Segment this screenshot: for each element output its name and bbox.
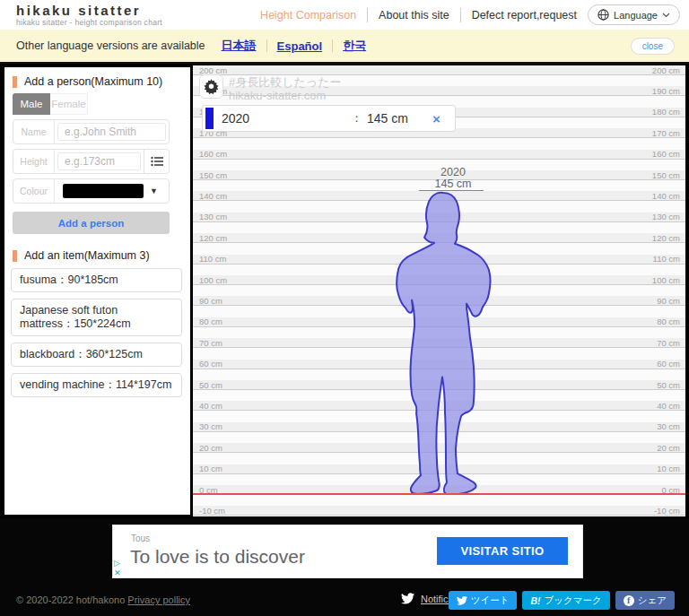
scale-label-left: 110 cm	[199, 255, 226, 264]
ad-close-icon[interactable]: ✕	[114, 569, 121, 577]
nav-height-comparison[interactable]: Height Comparison	[260, 9, 356, 22]
chevron-down-icon	[662, 13, 670, 18]
nav-divider	[367, 8, 368, 22]
scale-label-right: 30 cm	[657, 422, 680, 431]
bottom-region: Tous To love is to discover VISITAR SITI…	[0, 518, 689, 616]
scale-label-left: -10 cm	[199, 507, 225, 516]
scale-label-left: 40 cm	[199, 402, 222, 411]
name-input[interactable]	[57, 123, 166, 141]
scale-label-right: 10 cm	[657, 464, 680, 473]
add-item-heading-label: Add an item(Maximum 3)	[24, 249, 150, 262]
scale-label-right: 80 cm	[657, 317, 680, 326]
person-colour-bar	[205, 108, 214, 129]
scale-label-left: 20 cm	[199, 444, 222, 453]
gender-toggle: Male Female	[13, 93, 190, 115]
name-field-label: Name	[13, 120, 55, 143]
figure-label: 2020 145 cm	[413, 167, 493, 190]
female-button[interactable]: Female	[50, 93, 88, 115]
height-preset-list-button[interactable]	[144, 150, 169, 173]
person-silhouette[interactable]	[395, 190, 493, 495]
scale-label-right: 200 cm	[652, 66, 680, 75]
scale-label-left: 80 cm	[199, 317, 222, 326]
ad-cta-button[interactable]: VISITAR SITIO	[437, 537, 568, 565]
scale-label-left: 150 cm	[199, 171, 227, 180]
tweet-button[interactable]: ツイート	[449, 591, 518, 610]
privacy-policy-link[interactable]: Privacy pollicy	[127, 594, 190, 605]
twitter-icon	[457, 596, 467, 605]
scale-label-left: 30 cm	[199, 422, 222, 431]
language-links: 日本語 Español 한국	[222, 38, 367, 54]
language-menu-label: Language	[614, 10, 658, 21]
item-button-fusuma[interactable]: fusuma：90*185cm	[11, 268, 182, 292]
copyright-text: © 2020-2022 hot/hakono	[16, 594, 125, 605]
person-chip-name[interactable]: 2020	[222, 111, 249, 126]
footer-copyright: © 2020-2022 hot/hakono Privacy pollicy	[16, 594, 190, 605]
scale-label-right: 100 cm	[652, 276, 680, 285]
scale-label-right: 190 cm	[652, 87, 680, 96]
scale-label-left: 140 cm	[199, 192, 227, 201]
ground-line	[193, 493, 685, 495]
lang-link-korean[interactable]: 한국	[343, 38, 366, 54]
heading-bullet	[13, 76, 17, 88]
lang-link-spanish[interactable]: Español	[277, 39, 323, 53]
add-person-button[interactable]: Add a person	[13, 212, 170, 234]
facebook-icon: f	[624, 595, 634, 606]
nav-defect-report[interactable]: Defect report,request	[472, 9, 577, 22]
scale-label-right: 70 cm	[657, 339, 680, 348]
chart-area: #身長比較したったー hikaku-sitatter.com 2020 ： 14…	[193, 65, 685, 516]
site-subtitle: hikaku sitatter - height comparison char…	[16, 18, 162, 27]
scale-label-right: 20 cm	[657, 444, 680, 453]
language-bar-close-button[interactable]: close	[631, 38, 675, 55]
colour-field-label: Colour	[13, 179, 55, 203]
scale-label-left: 130 cm	[199, 213, 227, 221]
scale-label-left: 100 cm	[199, 276, 227, 285]
item-button-vending-machine[interactable]: vending machine：114*197cm	[11, 373, 182, 397]
watermark: #身長比較したったー hikaku-sitatter.com	[229, 75, 341, 102]
figure-label-height: 145 cm	[413, 178, 493, 190]
scale-label-left: 120 cm	[199, 234, 227, 243]
add-person-heading: Add a person(Maximum 10)	[13, 75, 190, 88]
main-nav: Height Comparison About this site Defect…	[260, 0, 680, 30]
scale-label-left: 70 cm	[199, 339, 222, 348]
colour-swatch	[63, 184, 144, 198]
person-chip-height[interactable]: 145 cm	[367, 111, 408, 126]
language-menu-button[interactable]: Language	[588, 4, 680, 25]
person-chip-remove-icon[interactable]: ×	[432, 111, 440, 126]
sidebar: Add a person(Maximum 10) Male Female Nam…	[4, 67, 190, 515]
scale-label-right: 90 cm	[657, 297, 680, 306]
hatena-label: ブックマーク	[545, 594, 602, 607]
scale-label-right: 160 cm	[652, 150, 680, 159]
height-field-label: Height	[13, 150, 55, 173]
item-button-futon[interactable]: Japanese soft futon mattress：150*224cm	[11, 299, 182, 336]
lang-divider	[266, 39, 267, 52]
scale-label-right: 170 cm	[652, 129, 680, 138]
hatena-bookmark-button[interactable]: B! ブックマーク	[522, 591, 609, 610]
scale-label-right: 60 cm	[657, 360, 680, 369]
nav-about[interactable]: About this site	[379, 9, 449, 22]
adchoices-icon[interactable]: ▷	[114, 560, 120, 568]
male-button[interactable]: Male	[13, 93, 50, 115]
watermark-domain: hikaku-sitatter.com	[229, 89, 341, 102]
scale-label-left: 200 cm	[199, 66, 227, 75]
gear-icon	[204, 79, 219, 94]
colour-select[interactable]: ▼	[55, 179, 169, 203]
item-button-blackboard[interactable]: blackboard：360*125cm	[11, 343, 182, 367]
height-input[interactable]	[57, 152, 141, 170]
facebook-share-button[interactable]: f シェア	[615, 591, 675, 610]
settings-button[interactable]	[199, 74, 223, 99]
twitter-bird-icon	[401, 593, 414, 604]
globe-icon	[597, 9, 609, 21]
ad-banner[interactable]: Tous To love is to discover VISITAR SITI…	[112, 525, 583, 578]
lang-link-japanese[interactable]: 日本語	[222, 38, 257, 54]
scale-label-left: 10 cm	[199, 464, 222, 473]
lang-divider	[332, 39, 333, 52]
scale-label-left: 160 cm	[199, 150, 227, 159]
scale-label-right: 140 cm	[652, 192, 680, 201]
tweet-label: ツイート	[471, 594, 510, 607]
colour-dropdown-arrow: ▼	[150, 187, 158, 195]
share-buttons: ツイート B! ブックマーク f シェア	[449, 591, 675, 610]
scale-label-right: -10 cm	[654, 507, 680, 516]
scale-label-right: 50 cm	[657, 381, 680, 390]
site-logo[interactable]: hikaku sitatter hikaku sitatter - height…	[16, 4, 162, 27]
scale-label-right: 40 cm	[657, 402, 680, 411]
